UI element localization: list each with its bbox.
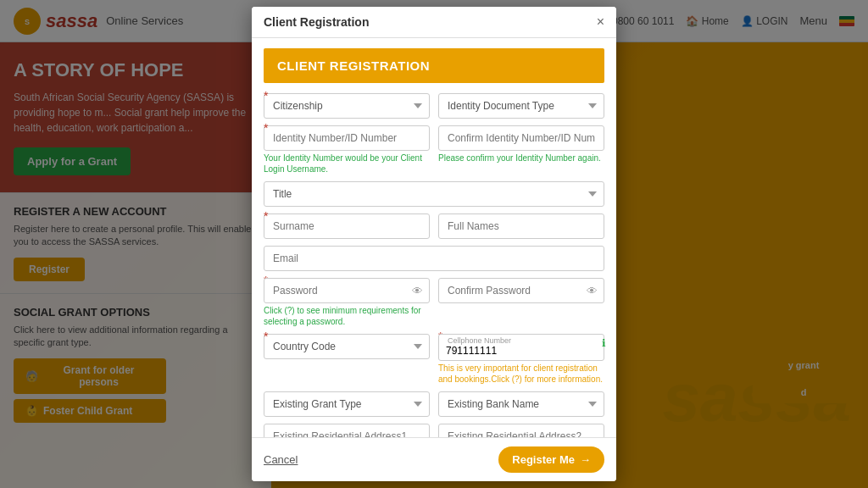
form-row-name: * (264, 214, 604, 239)
confirm-password-input[interactable] (438, 278, 604, 303)
cellphone-group: * Cellphone Number ℹ This is very import… (438, 334, 604, 385)
confirm-password-group: 👁 (438, 278, 604, 327)
password-group: * 👁 Click (?) to see minimum requirement… (264, 278, 430, 327)
id-hint: Your Identity Number would be your Clien… (264, 152, 430, 175)
existing-bank-group: Existing Bank Name (438, 391, 604, 417)
registration-banner: CLIENT REGISTRATION (264, 48, 604, 83)
full-names-group (438, 214, 604, 239)
register-me-arrow-icon: → (580, 453, 591, 466)
surname-input[interactable] (264, 214, 430, 239)
modal-body: CLIENT REGISTRATION * Citizenship Identi… (252, 38, 616, 437)
address2-input[interactable] (438, 424, 604, 437)
address2-group (438, 424, 604, 437)
register-me-button[interactable]: Register Me → (498, 446, 604, 473)
title-select[interactable]: Title (264, 181, 604, 207)
registration-banner-text: CLIENT REGISTRATION (277, 58, 430, 73)
surname-required: * (264, 210, 268, 222)
existing-grant-group: Existing Grant Type (264, 391, 430, 417)
email-input[interactable] (264, 246, 604, 271)
password-input[interactable] (264, 278, 430, 303)
id-required: * (264, 122, 268, 134)
country-code-group: * Country Code (264, 334, 430, 385)
modal-header: Client Registration × (252, 7, 616, 38)
address1-input[interactable] (264, 424, 430, 437)
full-names-input[interactable] (438, 214, 604, 239)
country-code-select[interactable]: Country Code (264, 334, 430, 359)
address1-group (264, 424, 430, 437)
form-row-email (264, 246, 604, 271)
cellphone-hint: This is very important for client regist… (438, 363, 604, 385)
modal-close-button[interactable]: × (597, 15, 604, 29)
cancel-button[interactable]: Cancel (264, 453, 298, 466)
form-row-grant-bank: Existing Grant Type Existing Bank Name (264, 391, 604, 417)
cellphone-label: Cellphone Number (448, 336, 511, 345)
existing-grant-select[interactable]: Existing Grant Type (264, 391, 430, 417)
identity-doc-select[interactable]: Identity Document Type (438, 93, 604, 119)
citizenship-select[interactable]: Citizenship (264, 93, 430, 119)
surname-group: * (264, 214, 430, 239)
title-group: Title (264, 181, 604, 207)
form-row-phone: * Country Code * Cellphone Number ℹ This… (264, 334, 604, 385)
country-required: * (264, 330, 268, 342)
id-number-group: * Your Identity Number would be your Cli… (264, 125, 430, 175)
modal-footer: Cancel Register Me → (252, 437, 616, 481)
form-row-id: * Your Identity Number would be your Cli… (264, 125, 604, 175)
password-hint: Click (?) to see minimum requirements fo… (264, 305, 430, 327)
cellphone-info-icon[interactable]: ℹ (602, 337, 606, 349)
confirm-id-hint: Please confirm your Identity Number agai… (438, 152, 604, 164)
confirm-password-eye-icon[interactable]: 👁 (587, 285, 598, 297)
register-me-label: Register Me (512, 453, 575, 466)
confirm-id-input[interactable] (438, 125, 604, 151)
form-row-title: Title (264, 181, 604, 207)
id-number-input[interactable] (264, 125, 430, 151)
password-eye-icon[interactable]: 👁 (412, 285, 423, 297)
confirm-id-group: Please confirm your Identity Number agai… (438, 125, 604, 175)
modal-title: Client Registration (264, 15, 369, 29)
client-registration-modal: Client Registration × CLIENT REGISTRATIO… (252, 7, 616, 481)
form-row-citizenship: * Citizenship Identity Document Type (264, 93, 604, 119)
citizenship-group: * Citizenship (264, 93, 430, 119)
identity-doc-group: Identity Document Type (438, 93, 604, 119)
citizenship-required: * (264, 90, 268, 102)
form-row-password: * 👁 Click (?) to see minimum requirement… (264, 278, 604, 327)
existing-bank-select[interactable]: Existing Bank Name (438, 391, 604, 417)
email-group (264, 246, 604, 271)
form-row-address-12 (264, 424, 604, 437)
